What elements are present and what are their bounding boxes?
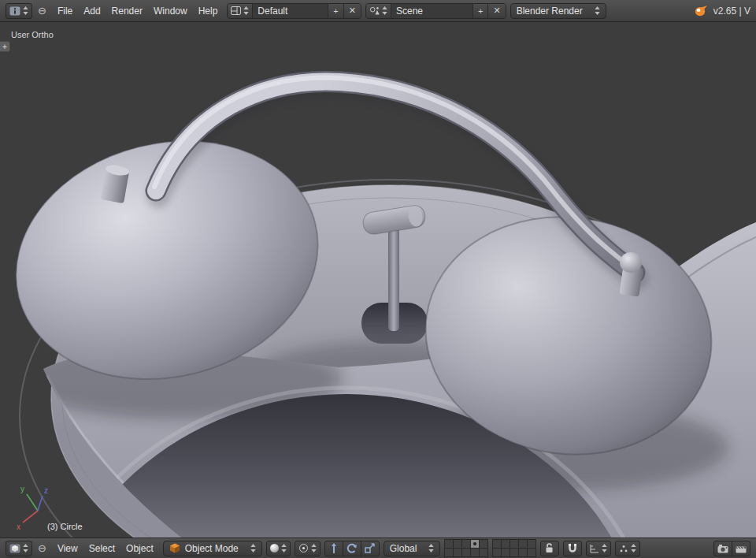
chevron-updown-icon [595, 6, 600, 15]
delete-layout-button[interactable]: ✕ [343, 4, 361, 18]
browse-layouts-button[interactable] [228, 4, 252, 18]
layer-toggle[interactable] [493, 549, 502, 557]
info-header: ⊖ File Add Render Window Help Default + … [0, 0, 756, 22]
scene-name-field[interactable]: Scene [391, 4, 472, 18]
menu-object[interactable]: Object [120, 541, 159, 556]
layer-toggle[interactable] [445, 540, 454, 549]
pivot-point-icon [298, 543, 309, 553]
menu-help[interactable]: Help [193, 3, 224, 19]
active-layer-dot [473, 542, 476, 545]
delete-scene-button[interactable]: ✕ [487, 4, 505, 18]
version-label: v2.65 | V [713, 6, 750, 17]
layer-toggle[interactable] [462, 540, 471, 549]
menu-add[interactable]: Add [78, 3, 106, 19]
screen-layout-icon [231, 6, 241, 15]
magnet-icon [568, 543, 577, 553]
orientation-value: Global [390, 543, 424, 554]
collapse-menus-toggle[interactable]: ⊖ [36, 6, 48, 16]
layer-toggle[interactable] [528, 549, 536, 557]
layer-toggle[interactable] [493, 540, 502, 549]
browse-scenes-button[interactable] [366, 4, 391, 18]
rotate-icon [346, 543, 357, 553]
scale-manipulator-button[interactable] [361, 541, 380, 556]
editor-type-selector[interactable] [6, 3, 32, 19]
menu-window[interactable]: Window [148, 3, 193, 19]
snap-target-icon [619, 544, 628, 553]
opengl-render-buttons [713, 541, 750, 556]
rotate-manipulator-button[interactable] [343, 541, 361, 556]
scene-icon [369, 6, 380, 15]
chevron-updown-icon [23, 6, 28, 15]
layer-toggle[interactable] [462, 549, 471, 557]
snap-increment-icon [590, 544, 599, 553]
pivot-point-dropdown[interactable] [295, 541, 321, 556]
view3d-editor-icon [9, 544, 20, 553]
view-name-label: User Ortho [11, 30, 54, 39]
chevron-updown-icon [428, 544, 434, 552]
add-scene-button[interactable]: + [472, 4, 487, 18]
viewport-3d[interactable]: x y z User Ortho + (3) Circle [0, 22, 756, 538]
chevron-updown-icon [281, 544, 287, 552]
view3d-menu: View Select Object [52, 541, 159, 556]
layer-toggle[interactable] [454, 540, 462, 549]
chevron-updown-icon [250, 544, 256, 552]
right-knob-cap[interactable] [620, 252, 642, 273]
shading-solid-icon [270, 544, 279, 552]
menu-render[interactable]: Render [106, 3, 148, 19]
axis-y-label: y [20, 485, 24, 493]
menu-view[interactable]: View [52, 541, 83, 556]
chevron-updown-icon [311, 544, 317, 552]
opengl-render-anim-button[interactable] [732, 541, 750, 556]
layer-toggle[interactable] [510, 540, 519, 549]
layer-toggle[interactable] [510, 549, 519, 557]
mode-selector[interactable]: Object Mode [163, 541, 262, 556]
snap-toggle-button[interactable] [563, 541, 582, 556]
chevron-updown-icon [631, 544, 636, 552]
blender-window: ⊖ File Add Render Window Help Default + … [0, 0, 756, 558]
viewport-shading-dropdown[interactable] [266, 541, 291, 556]
layer-toggle[interactable] [480, 549, 488, 557]
layer-toggle[interactable] [528, 540, 536, 549]
layer-group-1 [444, 539, 488, 557]
scene-canvas[interactable]: x y z [0, 22, 756, 538]
collapse-menus-toggle[interactable]: ⊖ [36, 543, 48, 553]
layer-toggle[interactable] [502, 549, 510, 557]
chevron-updown-icon [243, 6, 249, 15]
info-editor-icon [9, 6, 20, 16]
add-layout-button[interactable]: + [328, 4, 343, 18]
lock-icon [545, 543, 554, 553]
layer-toggle[interactable] [454, 549, 462, 557]
layer-toggle[interactable] [519, 540, 528, 549]
chevron-updown-icon [382, 6, 387, 15]
lock-to-scene-toggle[interactable] [540, 541, 559, 556]
camera-icon [717, 544, 728, 553]
layer-toggle[interactable] [480, 540, 488, 549]
translate-manipulator-button[interactable] [324, 541, 343, 556]
layout-name-field[interactable]: Default [252, 4, 328, 18]
region-expand-handle[interactable]: + [0, 41, 10, 52]
editor-type-selector[interactable] [6, 541, 32, 556]
menu-file[interactable]: File [52, 3, 78, 19]
mode-value: Object Mode [185, 543, 246, 554]
scene-selector: Scene + ✕ [365, 3, 506, 19]
layers-widget [444, 539, 536, 557]
render-engine-select[interactable]: Blender Render [510, 3, 606, 19]
layer-toggle[interactable] [519, 549, 528, 557]
chevron-updown-icon [602, 544, 607, 552]
opengl-render-button[interactable] [713, 541, 732, 556]
main-menu: File Add Render Window Help [52, 3, 223, 19]
snap-element-dropdown[interactable] [586, 541, 611, 556]
layer-toggle[interactable] [471, 549, 480, 557]
chevron-updown-icon [23, 544, 28, 552]
axis-z-label: z [44, 486, 48, 495]
axis-x-label: x [17, 523, 20, 531]
hammer-shaft[interactable] [388, 221, 399, 331]
layer-toggle[interactable] [502, 540, 510, 549]
manipulator-buttons [324, 541, 380, 556]
menu-select[interactable]: Select [83, 541, 120, 556]
layer-toggle-active[interactable] [471, 540, 480, 549]
transform-orientation-select[interactable]: Global [384, 541, 440, 556]
layer-toggle[interactable] [445, 549, 454, 557]
layer-group-2 [492, 539, 536, 557]
snap-target-dropdown[interactable] [615, 541, 640, 556]
